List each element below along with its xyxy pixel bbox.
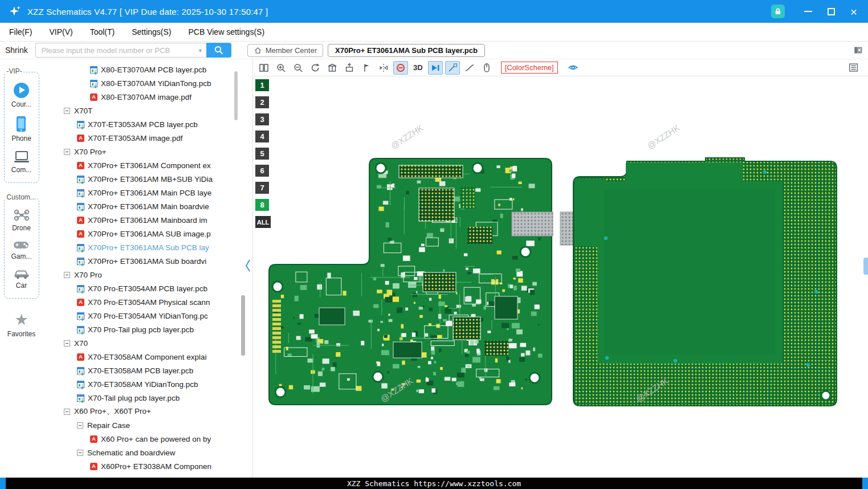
flag-pin-icon[interactable] [359, 61, 374, 75]
tree-item[interactable]: X70 Pro+ [43, 145, 252, 158]
file-icon [90, 435, 97, 443]
box-export-icon[interactable] [342, 61, 357, 75]
prohibit-icon[interactable] [393, 61, 408, 75]
tree-item[interactable]: X70-Tail plug pcb layer.pcb [43, 391, 252, 405]
tree-item[interactable]: X60Pro+ ET3038AM Componen [43, 459, 252, 473]
visibility-eye-icon[interactable] [566, 61, 581, 75]
tree-item[interactable]: X80-ET3070AM YiDianTong.pcb [43, 76, 252, 90]
measure-line-icon[interactable] [445, 61, 460, 75]
tree-item[interactable]: X70T-ET3053AM PCB layer.pcb [43, 117, 252, 131]
close-file-icon[interactable] [853, 45, 863, 55]
file-icon [77, 299, 84, 306]
sidebar-item-drone[interactable]: Drone [12, 209, 31, 232]
sidebar-item-gamepad[interactable]: Gam... [11, 239, 31, 260]
layer-button[interactable]: 2 [255, 96, 269, 108]
tree-item[interactable]: X70 Pro [43, 268, 252, 282]
layer-button[interactable]: 7 [255, 182, 269, 194]
search-button[interactable] [206, 43, 231, 58]
collapse-icon[interactable] [64, 409, 70, 415]
collapse-icon[interactable] [77, 450, 83, 456]
tree-item[interactable]: X70 [43, 336, 252, 350]
layer-button[interactable]: 6 [255, 165, 269, 177]
right-panel-handle[interactable] [863, 258, 868, 275]
mirror-flip-icon[interactable] [376, 61, 391, 75]
file-tree-panel[interactable]: X80-ET3070AM PCB layer.pcb X80-ET3070AM … [43, 59, 252, 478]
tree-item[interactable]: X60 Pro+ can be powered on by [43, 432, 252, 446]
jump-arrow-icon[interactable] [428, 61, 443, 75]
sidebar-item-favorites[interactable]: ★ Favorites [7, 312, 35, 338]
layer-button[interactable]: 1 [255, 79, 269, 91]
collapse-icon[interactable] [64, 108, 70, 114]
collapse-icon[interactable] [77, 422, 83, 429]
tree-item[interactable]: X70 Pro-ET3054AM PCB layer.pcb [43, 282, 252, 295]
pcb-viewer[interactable]: 12345678ALL @XZZHK @XZZHK [253, 76, 868, 478]
collapse-icon[interactable] [64, 149, 70, 155]
tree-scrollbar-thumb-top[interactable] [234, 71, 238, 120]
rotate-icon[interactable] [308, 61, 323, 75]
search-input[interactable] [35, 43, 206, 58]
tree-item[interactable]: X70-ET3058AM Component explai [43, 350, 252, 364]
layer-button[interactable]: 4 [255, 131, 269, 142]
tree-item[interactable]: X70T-ET3053AM image.pdf [43, 131, 252, 145]
tree-item[interactable]: X60 Pro+、X60T Pro+ [43, 405, 252, 418]
watermark: @XZZHK [645, 123, 681, 150]
tree-item[interactable]: X70Pro+ ET3061AM Main boardvie [43, 199, 252, 213]
tree-item[interactable]: Repair Case [43, 418, 252, 432]
tree-item[interactable]: X70 Pro-ET3054AM YiDianTong.pc [43, 309, 252, 323]
close-button[interactable]: × [845, 3, 862, 20]
tree-item[interactable]: X70Pro+ ET3061AM Mainboard im [43, 213, 252, 227]
curve-tool-icon[interactable] [462, 61, 477, 75]
mouse-tool-icon[interactable] [479, 61, 494, 75]
3d-button[interactable]: 3D [410, 63, 426, 72]
box-top-icon[interactable] [325, 61, 340, 75]
tree-item[interactable]: X70Pro+ ET3061AMA Sub boardvi [43, 254, 252, 268]
layer-button[interactable]: 5 [255, 148, 269, 160]
tree-item[interactable]: X80-ET3070AM image.pdf [43, 90, 252, 104]
tree-item[interactable]: X70Pro+ ET3061AMA Sub PCB lay [43, 241, 252, 254]
tree-collapse-handle[interactable] [245, 258, 252, 274]
tree-item-label: X70-ET3058AM YiDianTong.pcb [88, 380, 198, 389]
shrink-button[interactable]: Shrink [5, 46, 28, 55]
collapse-icon[interactable] [64, 340, 70, 347]
tree-item[interactable]: X70Pro+ ET3061AMA SUB image.p [43, 227, 252, 241]
tree-item[interactable]: X70T [43, 104, 252, 117]
layer-list-icon[interactable] [848, 62, 859, 73]
layer-button[interactable]: 3 [255, 113, 269, 125]
maximize-button[interactable] [822, 3, 840, 20]
menu-file[interactable]: File(F) [9, 27, 32, 36]
collapse-icon[interactable] [64, 272, 70, 278]
menu-pcb-view-settings[interactable]: PCB View settings(S) [188, 27, 264, 36]
split-view-icon[interactable] [256, 61, 271, 75]
menu-tool[interactable]: Tool(T) [90, 27, 115, 36]
member-center-button[interactable]: Member Center [247, 44, 323, 57]
menu-settings[interactable]: Settings(S) [132, 27, 171, 36]
tree-item[interactable]: Schematic and boardview [43, 446, 252, 459]
zoom-out-icon[interactable] [291, 61, 305, 75]
tree-scrollbar-thumb[interactable] [241, 295, 245, 356]
zoom-in-icon[interactable] [274, 61, 288, 75]
tab-x70pro-sub-pcb[interactable]: X70Pro+ ET3061AMA Sub PCB layer.pcb [328, 44, 485, 57]
tree-item[interactable]: X70 Pro-Tail plug pcb layer.pcb [43, 323, 252, 336]
tree-item[interactable]: X70Pro+ ET3061AM Main PCB laye [43, 186, 252, 199]
vip-lock-icon[interactable] [771, 5, 785, 18]
minimize-button[interactable] [800, 3, 817, 20]
tree-item[interactable]: X70Pro+ ET3061AM Component ex [43, 158, 252, 172]
tree-item[interactable]: X70-ET3058AM PCB layer.pcb [43, 364, 252, 377]
sidebar-item-computer[interactable]: Com... [11, 150, 31, 174]
pcb-board-left[interactable] [269, 158, 552, 405]
sidebar-item-car[interactable]: Car [13, 268, 30, 290]
pcb-canvas[interactable]: @XZZHK @XZZHK [253, 76, 868, 478]
tree-item[interactable]: X70-ET3058AM YiDianTong.pcb [43, 377, 252, 391]
tree-item-label: X70Pro+ ET3061AM Main PCB laye [88, 189, 211, 197]
tree-item[interactable]: X70Pro+ ET3061AM MB+SUB YiDia [43, 172, 252, 186]
tree-item[interactable]: X70 Pro-ET3054AM Physical scann [43, 295, 252, 309]
tree-item-label: X70Pro+ ET3061AMA SUB image.p [88, 230, 211, 238]
sidebar-item-phone[interactable]: Phone [11, 116, 31, 142]
layer-button[interactable]: 8 [255, 199, 269, 211]
tree-item[interactable]: X80-ET3070AM PCB layer.pcb [43, 63, 252, 76]
layer-button[interactable]: ALL [255, 216, 271, 228]
sidebar-item-courses[interactable]: Cour... [11, 83, 31, 108]
color-scheme-button[interactable]: [ColorScheme] [501, 62, 558, 74]
tree-item-label: X70 Pro-ET3054AM PCB layer.pcb [88, 284, 207, 293]
menu-vip[interactable]: VIP(V) [49, 27, 72, 36]
